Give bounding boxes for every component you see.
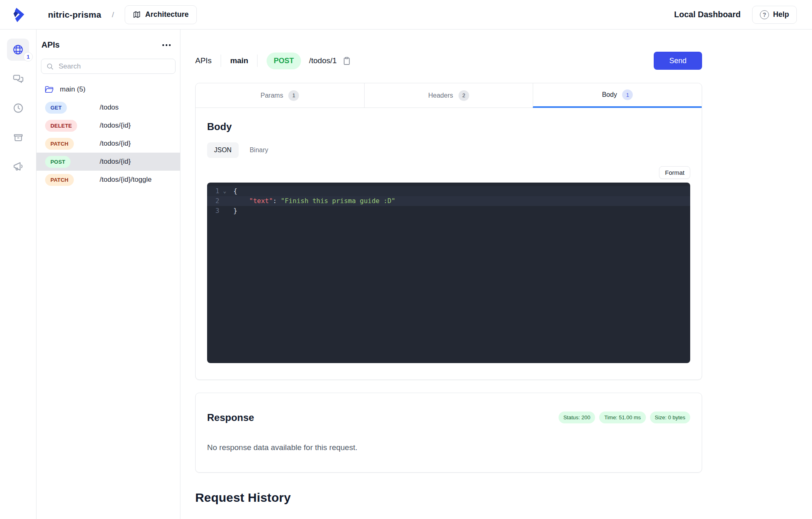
json-key: "text" — [249, 197, 273, 205]
architecture-button[interactable]: Architecture — [125, 5, 197, 24]
method-badge: DELETE — [45, 120, 77, 132]
route-path: /todos/{id} — [100, 121, 131, 130]
tab-body[interactable]: Body 1 — [533, 83, 702, 108]
status-badge: Status: 200 — [559, 412, 595, 423]
route-path: /todos — [100, 103, 119, 112]
bucket-icon — [13, 132, 24, 143]
editor-line-active: 2 "text": "Finish this prisma guide :D" — [207, 196, 690, 206]
nitric-logo[interactable] — [0, 7, 36, 23]
body-mode-switch: JSON Binary — [207, 142, 690, 158]
dashboard-title: Local Dashboard — [674, 10, 741, 19]
nav-storage[interactable] — [7, 126, 29, 148]
method-badge: POST — [45, 156, 71, 168]
tab-count-badge: 1 — [622, 89, 633, 100]
api-group-main[interactable]: main (5) — [36, 81, 180, 98]
request-card: Params 1 Headers 2 Body 1 Body — [195, 83, 702, 380]
help-icon: ? — [760, 10, 769, 19]
json-value: "Finish this prisma guide :D" — [281, 197, 395, 205]
route-patch-todo[interactable]: PATCH /todos/{id} — [36, 135, 180, 153]
tab-label: Headers — [428, 92, 453, 99]
route-post-todo-selected[interactable]: POST /todos/{id} — [36, 153, 180, 171]
route-path: /todos/{id} — [100, 139, 131, 148]
map-icon — [133, 11, 141, 18]
line-number: 1 — [207, 186, 219, 196]
search-icon — [46, 63, 54, 70]
divider — [221, 55, 221, 67]
code-text: } — [230, 206, 237, 216]
copy-path-button[interactable] — [342, 56, 351, 66]
search-input[interactable] — [58, 62, 170, 71]
time-badge: Time: 51.00 ms — [599, 412, 645, 423]
nav-apis[interactable]: 1 — [7, 39, 29, 61]
top-bar: nitric-prisma / Architecture Local Dashb… — [0, 0, 812, 30]
app-window: nitric-prisma / Architecture Local Dashb… — [0, 0, 812, 519]
route-get-todos[interactable]: GET /todos — [36, 98, 180, 117]
method-badge: PATCH — [45, 138, 74, 150]
send-button[interactable]: Send — [654, 52, 702, 70]
tab-label: Params — [260, 92, 283, 99]
fold-chevron-icon[interactable]: ⌄ — [219, 186, 230, 196]
mode-json-button[interactable]: JSON — [207, 142, 239, 158]
nav-websockets[interactable] — [7, 68, 29, 90]
size-badge: Size: 0 bytes — [650, 412, 690, 423]
chat-bubbles-icon — [13, 73, 24, 85]
response-card: Response Status: 200 Time: 51.00 ms Size… — [195, 393, 702, 473]
apis-count-badge: 1 — [23, 52, 33, 62]
code-text: { — [230, 186, 237, 196]
format-button[interactable]: Format — [659, 166, 690, 179]
request-method-badge: POST — [267, 53, 301, 69]
breadcrumb-api-name: main — [230, 56, 248, 65]
history-title: Request History — [195, 491, 702, 505]
nitric-logo-icon — [11, 7, 25, 23]
body-section-title: Body — [207, 121, 690, 133]
tab-headers[interactable]: Headers 2 — [364, 83, 533, 108]
response-title: Response — [207, 412, 254, 423]
request-bar: APIs main POST /todos/1 Send — [195, 52, 702, 70]
help-button[interactable]: ? Help — [752, 6, 797, 24]
divider — [257, 55, 258, 67]
route-patch-toggle[interactable]: PATCH /todos/{id}/toggle — [36, 171, 180, 189]
tab-label: Body — [602, 91, 617, 98]
nav-topics[interactable] — [7, 155, 29, 177]
architecture-label: Architecture — [145, 10, 189, 19]
help-label: Help — [773, 10, 789, 19]
icon-rail: 1 — [0, 30, 36, 519]
project-title: nitric-prisma — [48, 10, 101, 20]
apis-panel: APIs — [36, 30, 180, 519]
json-separator: : — [273, 197, 281, 205]
main-content: APIs main POST /todos/1 Send — [180, 30, 812, 519]
editor-line: 1 ⌄ { — [207, 186, 690, 196]
globe-icon — [12, 44, 24, 55]
ellipsis-icon — [162, 44, 171, 46]
tab-count-badge: 1 — [288, 90, 299, 101]
clock-icon — [13, 103, 24, 114]
mode-binary-button[interactable]: Binary — [243, 142, 275, 158]
fold-spacer — [219, 206, 230, 216]
route-delete-todo[interactable]: DELETE /todos/{id} — [36, 117, 180, 135]
line-number: 3 — [207, 206, 219, 216]
json-editor[interactable]: 1 ⌄ { 2 "text": "Finish this prisma guid… — [207, 183, 690, 363]
tab-params[interactable]: Params 1 — [196, 83, 364, 108]
editor-line: 3 } — [207, 206, 690, 216]
panel-menu-button[interactable] — [160, 42, 173, 48]
request-path: /todos/1 — [309, 56, 337, 65]
folder-icon — [45, 85, 54, 94]
nav-schedules[interactable] — [7, 97, 29, 119]
megaphone-icon — [13, 161, 24, 172]
title-separator: / — [112, 10, 114, 19]
method-badge: GET — [45, 102, 67, 114]
clipboard-icon — [343, 57, 351, 65]
tab-count-badge: 2 — [458, 90, 469, 101]
topbar-right: Local Dashboard ? Help — [674, 6, 812, 24]
code-text: "text": "Finish this prisma guide :D" — [230, 196, 395, 206]
route-path: /todos/{id} — [100, 158, 131, 166]
breadcrumb-apis: APIs — [195, 56, 212, 65]
search-box — [41, 59, 176, 74]
response-badges: Status: 200 Time: 51.00 ms Size: 0 bytes — [559, 412, 690, 423]
request-history: Request History Status: 200 localhost:40… — [195, 491, 702, 519]
line-number: 2 — [207, 196, 219, 206]
request-tabs: Params 1 Headers 2 Body 1 — [196, 83, 702, 108]
folder-label: main (5) — [60, 85, 85, 94]
method-badge: PATCH — [45, 174, 74, 186]
route-path: /todos/{id}/toggle — [100, 176, 152, 184]
